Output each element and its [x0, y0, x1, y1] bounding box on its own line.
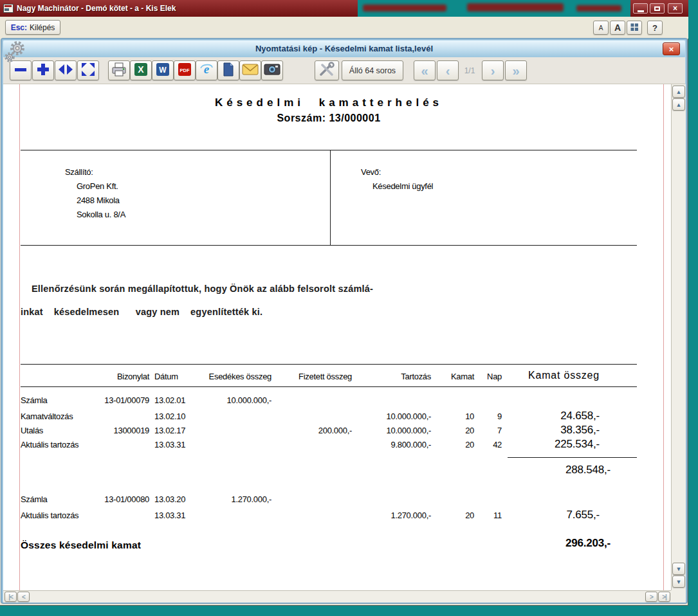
previous-page-button[interactable]: ‹ — [437, 60, 459, 80]
close-button[interactable]: × — [668, 3, 683, 14]
party-box-top-rule — [21, 150, 637, 150]
customer-line: Késedelmi ügyfél — [372, 181, 433, 191]
settings-button[interactable] — [315, 60, 339, 80]
table-row: Kamatváltozás 13.02.10 10.000.000,- 10 9… — [21, 410, 600, 422]
layout-grid-button[interactable] — [627, 21, 642, 35]
hscroll-left-button[interactable]: < — [17, 592, 30, 602]
supplier-line: Sokolla u. 8/A — [77, 210, 125, 219]
zoom-in-icon — [35, 61, 51, 80]
table-row: Számla 13-01/00079 13.02.01 10.000.000,- — [21, 395, 600, 405]
exit-key-label: Esc: — [11, 23, 27, 32]
font-large-label: A — [614, 23, 621, 33]
viewer-button[interactable] — [217, 60, 239, 80]
document-preview-page: Késedelmi kamatterhelés Sorszám: 13/0000… — [3, 84, 671, 590]
camera-icon — [264, 62, 280, 79]
internet-explorer-icon: e — [199, 62, 214, 80]
party-box-divider — [330, 150, 331, 245]
export-word-button[interactable]: W — [152, 60, 174, 80]
minimize-icon — [638, 10, 644, 12]
preview-toolbar: X W PDF e — [3, 57, 685, 84]
email-envelope-icon — [242, 63, 259, 78]
font-large-button[interactable]: A — [610, 21, 625, 35]
last-page-button[interactable]: » — [505, 60, 527, 80]
scrollbar-corner — [671, 590, 686, 602]
hscroll-first-button[interactable]: |< — [5, 592, 17, 602]
pdf-icon: PDF — [177, 62, 192, 80]
image-export-button[interactable] — [261, 60, 283, 80]
table-row: Utalás 13000019 13.02.17 200.000,- 10.00… — [21, 424, 600, 437]
export-pdf-button[interactable]: PDF — [174, 60, 196, 80]
next-page-button[interactable]: › — [482, 60, 504, 80]
previous-page-icon: ‹ — [446, 64, 450, 77]
zoom-in-button[interactable] — [32, 60, 54, 80]
group-subtotal: 288.548,- — [508, 464, 611, 476]
hscroll-right-icon: > — [650, 593, 653, 601]
dialog-title: Nyomtatási kép - Késedelmi kamat lista,l… — [3, 41, 685, 57]
scroll-down-button[interactable]: ▼ — [672, 563, 685, 575]
fit-page-button[interactable] — [77, 60, 99, 80]
open-browser-button[interactable]: e — [196, 60, 217, 80]
table-row: Aktuális tartozás 13.03.31 1.270.000,- 2… — [21, 509, 600, 521]
header-kamat-osszeg: Kamat összeg — [502, 370, 600, 381]
document-serial: Sorszám: 13/000001 — [21, 113, 637, 124]
scroll-bottom-button[interactable]: ▼ — [672, 575, 685, 588]
font-small-button[interactable]: A — [593, 21, 609, 35]
table-row: Számla 13-01/00080 13.03.20 1.270.000,- — [21, 494, 600, 504]
hscroll-last-button[interactable]: >| — [658, 592, 670, 602]
restore-button[interactable] — [650, 3, 665, 14]
page-indicator: 1/1 — [459, 60, 481, 80]
page-layout-button[interactable]: Álló 64 soros — [342, 60, 403, 80]
customer-label: Vevő: — [361, 167, 381, 177]
body-text-line2: inkat késedelmesen vagy nem egyenlítetté… — [21, 307, 262, 317]
scroll-up-icon: ▲ — [676, 102, 682, 108]
horizontal-scrollbar[interactable]: |< < > >| — [3, 590, 671, 602]
dialog-close-button[interactable]: × — [663, 42, 680, 55]
scroll-down-icon: ▼ — [676, 579, 682, 585]
fit-page-icon — [80, 61, 96, 80]
export-excel-button[interactable]: X — [130, 60, 152, 80]
window-titlebar[interactable]: Nagy Machinátor - Demó kötet - a - Kis E… — [0, 0, 688, 17]
header-esedekes: Esedékes összeg — [190, 372, 271, 381]
left-margin-line — [19, 84, 20, 590]
minimize-button[interactable] — [633, 3, 648, 14]
hscroll-first-icon: |< — [8, 593, 13, 601]
svg-text:W: W — [159, 65, 167, 74]
fit-width-button[interactable] — [55, 60, 77, 80]
print-preview-dialog: Nyomtatási kép - Késedelmi kamat lista,l… — [1, 39, 687, 603]
page-layout-label: Álló 64 soros — [349, 66, 396, 75]
table-row: Aktuális tartozás 13.03.31 9.800.000,- 2… — [21, 438, 600, 451]
dialog-titlebar[interactable]: Nyomtatási kép - Késedelmi kamat lista,l… — [3, 41, 685, 57]
print-button[interactable] — [108, 60, 130, 80]
tools-icon — [318, 61, 336, 80]
table-header-rule — [21, 386, 637, 387]
help-button[interactable]: ? — [647, 21, 663, 35]
header-bizonylat: Bizonylat — [104, 372, 149, 381]
blue-document-icon — [221, 62, 235, 80]
printer-icon — [111, 62, 127, 80]
svg-text:PDF: PDF — [180, 68, 190, 73]
restore-icon — [654, 6, 660, 11]
scroll-top-button[interactable]: ▲ — [672, 86, 685, 98]
svg-text:X: X — [138, 64, 144, 75]
exit-button[interactable]: Esc: Kilépés — [5, 20, 60, 35]
screen: Nagy Machinátor - Demó kötet - a - Kis E… — [0, 0, 698, 616]
menubar: Esc: Kilépés A A ? — [0, 17, 688, 39]
right-margin-line — [663, 84, 664, 590]
vertical-scrollbar[interactable]: ▲ ▲ ▼ ▼ — [671, 84, 686, 590]
supplier-line: GroPen Kft. — [77, 181, 118, 191]
last-page-icon: » — [512, 64, 519, 77]
email-button[interactable] — [239, 60, 261, 80]
header-tartozas: Tartozás — [352, 372, 431, 381]
layout-grid-icon — [630, 23, 639, 33]
total-value: 296.203,- — [508, 537, 611, 550]
dialog-close-icon: × — [669, 44, 674, 54]
first-page-button[interactable]: « — [414, 60, 436, 80]
background-window-artifact — [358, 0, 630, 17]
scroll-up-button[interactable]: ▲ — [672, 98, 685, 111]
help-icon: ? — [652, 23, 657, 33]
supplier-label: Szállító: — [65, 167, 93, 177]
hscroll-right-button[interactable]: > — [645, 592, 657, 602]
gears-icon — [4, 40, 26, 67]
header-fizetett: Fizetett összeg — [271, 372, 352, 381]
scroll-down-icon: ▼ — [676, 566, 682, 572]
